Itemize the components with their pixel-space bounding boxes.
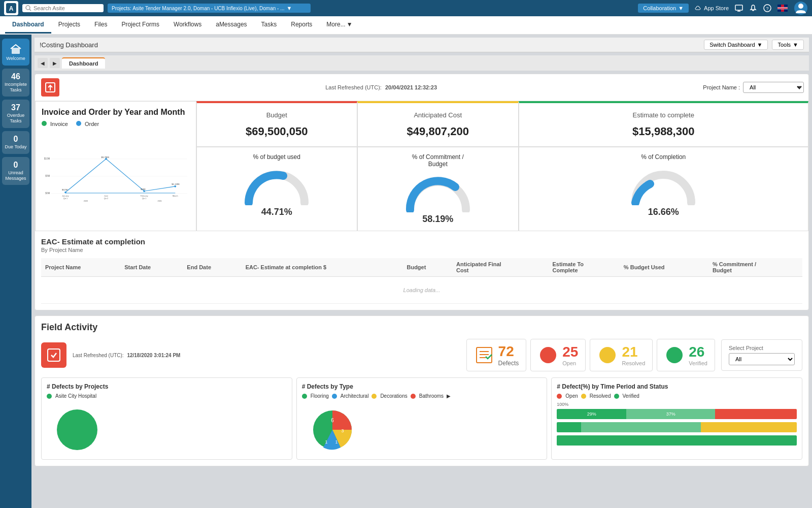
sidebar-overdue-tasks[interactable]: 37 OverdueTasks	[2, 100, 29, 128]
menu-item-tasks[interactable]: Tasks	[254, 17, 284, 34]
dashboard-toolbar: !Costing Dashboard Switch Dashboard ▼ To…	[35, 38, 809, 52]
dashboard-area: !Costing Dashboard Switch Dashboard ▼ To…	[31, 35, 812, 508]
menu-item-reports[interactable]: Reports	[284, 17, 319, 34]
flooring-dot	[302, 394, 307, 399]
tools-button[interactable]: Tools ▼	[772, 40, 804, 50]
select-project-dropdown[interactable]: All	[729, 353, 795, 365]
chart-title: Invoice and Order by Year and Month	[42, 108, 190, 117]
menu-item-files[interactable]: Files	[87, 17, 114, 34]
resolved-defects-info: 21 Resolved	[622, 344, 645, 366]
resolved-icon	[597, 345, 618, 365]
legend-open-time: Open	[557, 393, 578, 399]
svg-text:1: 1	[325, 439, 327, 444]
verified-defects-count: 26	[689, 344, 707, 360]
home-icon	[10, 43, 22, 55]
order-legend: Order	[76, 121, 99, 127]
open-defects-label: Open	[562, 360, 578, 366]
user-avatar[interactable]	[794, 1, 808, 15]
line-chart-svg: $10M $5M $0M	[42, 131, 190, 223]
resolved-defects-count: 21	[622, 344, 645, 360]
sidebar-unread-messages[interactable]: 0 UnreadMessages	[2, 157, 29, 185]
svg-point-2	[26, 6, 30, 10]
tab-dashboard[interactable]: Dashboard	[62, 57, 105, 69]
commitment-gauge: % of Commitment /Budget 58.19%	[357, 147, 519, 231]
invoice-chart-container: Invoice and Order by Year and Month Invo…	[35, 101, 196, 231]
table-row: Loading data...	[41, 277, 802, 304]
svg-text:March: March	[173, 195, 178, 197]
budget-used-title: % of budget used	[203, 153, 351, 161]
app-store-button[interactable]: App Store	[695, 5, 729, 12]
budget-used-gauge: % of budget used 44.71%	[196, 147, 358, 231]
budget-title: Budget	[203, 111, 351, 119]
select-project-card: Select Project All	[721, 339, 802, 371]
decorations-dot	[371, 394, 377, 399]
svg-text:$121K: $121K	[62, 188, 68, 191]
total-defects-card: 72 Defects	[466, 339, 527, 371]
col-end-date: End Date	[183, 258, 241, 277]
menu-item-projects[interactable]: Projects	[51, 17, 87, 34]
tab-scroll-left[interactable]: ◀	[38, 58, 48, 68]
sidebar-incomplete-tasks[interactable]: 46 IncompleteTasks	[2, 69, 29, 97]
total-defects-count: 72	[498, 343, 519, 360]
verified-defects-card: 26 Verified	[657, 339, 715, 371]
search-input[interactable]	[33, 5, 94, 11]
search-box[interactable]	[22, 4, 104, 12]
field-activity-icon	[41, 342, 66, 368]
col-start-date: Start Date	[120, 258, 183, 277]
verified-circle-icon	[665, 346, 684, 364]
bell-icon[interactable]	[749, 4, 757, 12]
estimate-title: Estimate to complete	[525, 111, 802, 119]
svg-text:2020: 2020	[84, 200, 88, 202]
architectural-dot	[332, 394, 337, 399]
checklist-icon	[475, 345, 494, 365]
completion-value: 16.66%	[525, 207, 802, 217]
field-activity-svg-icon	[46, 347, 61, 363]
sidebar-welcome[interactable]: Welcome	[2, 39, 29, 66]
question-icon[interactable]: ?	[763, 4, 771, 12]
total-defects-label: Defects	[498, 360, 519, 367]
completion-gauge: % of Completion 16.66%	[519, 147, 809, 231]
collaboration-button[interactable]: Collaboration ▼	[638, 4, 689, 13]
open-defects-card: 25 Open	[530, 339, 586, 371]
app-logo[interactable]: A	[4, 1, 18, 15]
switch-dashboard-button[interactable]: Switch Dashboard ▼	[704, 40, 768, 50]
verified-icon	[664, 345, 685, 365]
svg-point-47	[540, 347, 556, 363]
project-selector[interactable]: Projects: Asite Tender Manager 2.0, Doma…	[108, 4, 311, 13]
verified-time-dot	[614, 394, 619, 399]
open-time-dot	[557, 394, 562, 399]
bar-2	[557, 422, 797, 432]
svg-text:?: ?	[766, 6, 768, 11]
bar2-resolved	[581, 422, 701, 432]
sidebar-due-today[interactable]: 0 Due Today	[2, 131, 29, 154]
svg-point-28	[174, 185, 176, 187]
verified-defects-label: Verified	[689, 360, 707, 366]
svg-point-27	[143, 190, 145, 192]
budget-used-value: 44.71%	[203, 207, 351, 217]
bar2-verified	[701, 422, 797, 432]
menu-item-amessages[interactable]: aMessages	[209, 17, 254, 34]
svg-text:A: A	[9, 5, 14, 12]
stacked-bars: 29% 37%	[557, 409, 797, 446]
bathrooms-dot	[411, 394, 416, 399]
menu-item-project-forms[interactable]: Project Forms	[114, 17, 166, 34]
col-eac: EAC- Estimate at completion $	[242, 258, 403, 277]
completion-gauge-svg	[628, 165, 699, 205]
tab-scroll-arrows: ◀ ▶	[38, 58, 60, 68]
dashboard-title: !Costing Dashboard	[40, 41, 98, 49]
more-legend-items-icon[interactable]: ▶	[447, 393, 451, 399]
total-defects-info: 72 Defects	[498, 343, 519, 367]
cloud-icon	[695, 5, 702, 12]
svg-text:$5M: $5M	[45, 175, 50, 177]
menu-item-more[interactable]: More... ▼	[319, 17, 359, 34]
eac-section: EAC- Estimate at completion By Project N…	[35, 231, 808, 310]
defects-by-time-title: # Defect(%) by Time Period and Status	[557, 383, 797, 390]
bar1-open: 29%	[557, 409, 626, 419]
svg-text:$50K: $50K	[141, 188, 146, 190]
menu-item-workflows[interactable]: Workflows	[166, 17, 209, 34]
menu-item-dashboard[interactable]: Dashboard	[5, 17, 51, 34]
defects-icon	[474, 345, 494, 365]
project-name-dropdown[interactable]: All	[743, 82, 804, 93]
bar1-verified	[715, 409, 797, 419]
tab-scroll-right[interactable]: ▶	[50, 58, 60, 68]
